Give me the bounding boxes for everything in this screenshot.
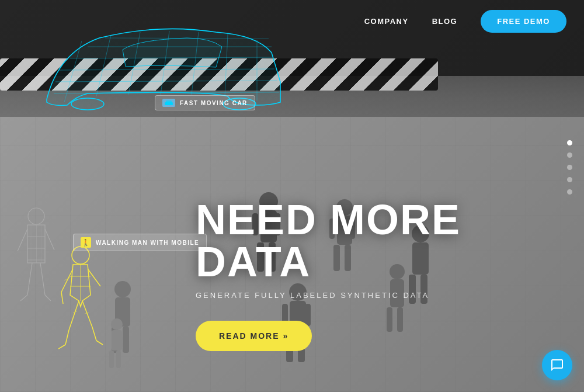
svg-line-76 — [58, 345, 65, 349]
svg-line-62 — [45, 295, 51, 301]
dot-2[interactable] — [567, 152, 572, 158]
svg-line-77 — [96, 341, 103, 345]
svg-line-57 — [18, 229, 27, 251]
svg-point-47 — [71, 98, 104, 110]
car-icon — [162, 99, 175, 107]
svg-line-72 — [69, 301, 79, 330]
person-wireframe-yellow — [58, 242, 105, 367]
walk-icon: 🚶 — [81, 237, 91, 248]
dot-4[interactable] — [567, 177, 572, 182]
dot-3[interactable] — [567, 165, 572, 170]
svg-line-75 — [92, 327, 96, 341]
svg-line-59 — [27, 263, 32, 295]
car-label: FAST MOVING CAR — [155, 95, 255, 110]
dot-1[interactable] — [567, 140, 572, 145]
svg-line-60 — [40, 263, 45, 295]
svg-line-74 — [65, 330, 69, 345]
car-label-text: FAST MOVING CAR — [180, 100, 248, 106]
walk-label: 🚶 WALKING MAN WITH MOBILE — [73, 234, 207, 251]
svg-line-73 — [82, 301, 92, 327]
hero-subtitle: GENERATE FULLY LABELED SYNTHETIC DATA — [196, 291, 584, 300]
svg-line-58 — [45, 229, 54, 250]
nav-demo-button[interactable]: FREE DEMO — [481, 10, 566, 33]
read-more-button[interactable]: READ MORE » — [196, 321, 312, 351]
nav-blog-link[interactable]: BLOG — [432, 17, 458, 26]
slide-dot-nav — [567, 140, 572, 195]
svg-line-61 — [20, 295, 27, 301]
svg-line-71 — [61, 292, 63, 304]
person-wireframe-grey — [15, 204, 58, 318]
chat-button[interactable] — [542, 350, 572, 380]
walk-label-text: WALKING MAN WITH MOBILE — [96, 240, 199, 246]
hero-section: NEED MORE DATA GENERATE FULLY LABELED SY… — [196, 199, 584, 351]
dot-5[interactable] — [567, 189, 572, 195]
navbar: COMPANY BLOG FREE DEMO — [0, 0, 584, 42]
nav-company-link[interactable]: COMPANY — [364, 17, 409, 26]
hero-headline: NEED MORE DATA — [196, 199, 584, 283]
svg-rect-50 — [166, 100, 172, 103]
svg-point-51 — [28, 208, 44, 224]
